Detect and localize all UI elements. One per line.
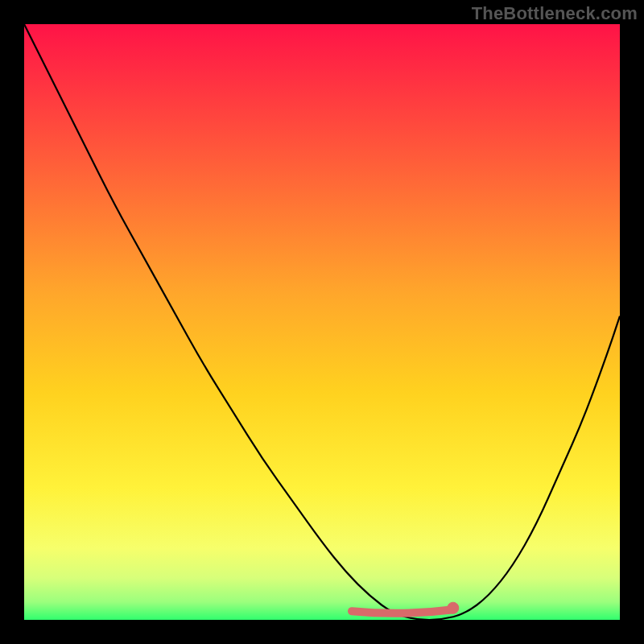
curve-layer xyxy=(24,24,620,620)
watermark-text: TheBottleneck.com xyxy=(472,3,638,24)
valley-dot xyxy=(448,602,459,613)
chart-stage: TheBottleneck.com xyxy=(0,0,644,644)
plot-area xyxy=(24,24,620,620)
bottleneck-curve xyxy=(24,24,620,620)
valley-segment xyxy=(352,609,453,613)
